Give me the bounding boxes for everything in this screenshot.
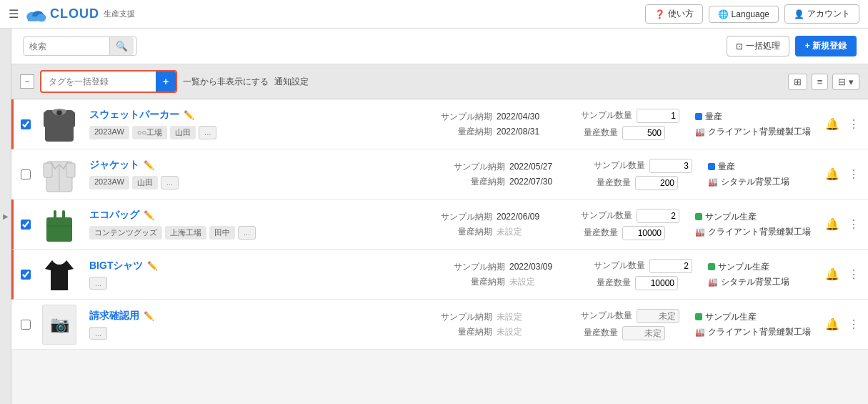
svg-rect-10 bbox=[44, 163, 52, 177]
more-options-button[interactable]: ⋮ bbox=[845, 164, 862, 184]
product-dates: サンプル納期 2022/03/09 量産納期 未設定 bbox=[445, 250, 588, 299]
sidebar-tab[interactable]: ▶ bbox=[0, 29, 11, 404]
svg-rect-7 bbox=[66, 112, 75, 127]
product-tag: 2023AW bbox=[89, 176, 129, 189]
sample-qty-label: サンプル数量 bbox=[594, 260, 645, 272]
status-text-2: クライアント背景縫製工場 bbox=[708, 326, 811, 338]
product-quantities: サンプル数量 量産数量 bbox=[575, 199, 689, 249]
edit-icon[interactable]: ✏️ bbox=[144, 160, 154, 170]
select-checkbox[interactable] bbox=[21, 320, 31, 330]
row-checkbox[interactable] bbox=[14, 250, 38, 299]
edit-icon[interactable]: ✏️ bbox=[144, 311, 154, 321]
more-tags-button[interactable]: ... bbox=[161, 176, 179, 189]
product-name-row: ジャケット ✏️ bbox=[89, 159, 437, 172]
select-checkbox[interactable] bbox=[21, 119, 31, 129]
more-tags-button[interactable]: ... bbox=[89, 327, 107, 340]
help-button[interactable]: ❓ 使い方 bbox=[645, 4, 703, 24]
language-button[interactable]: 🌐 Language bbox=[709, 6, 779, 23]
account-button[interactable]: 👤 アカウント bbox=[784, 4, 859, 24]
more-tags-button[interactable]: ... bbox=[199, 126, 216, 139]
notification-button[interactable]: 🔔 bbox=[822, 315, 842, 334]
sample-qty-label: サンプル数量 bbox=[581, 109, 632, 122]
product-name[interactable]: エコバッグ bbox=[89, 209, 139, 222]
select-checkbox[interactable] bbox=[21, 220, 31, 230]
product-name[interactable]: ジャケット bbox=[89, 159, 139, 172]
more-options-button[interactable]: ⋮ bbox=[845, 315, 862, 334]
more-options-button[interactable]: ⋮ bbox=[845, 265, 862, 284]
row-checkbox[interactable] bbox=[14, 99, 38, 149]
production-qty-row: 量産数量 bbox=[581, 126, 684, 140]
edit-icon[interactable]: ✏️ bbox=[184, 110, 194, 120]
status-text-1: サンプル生産 bbox=[705, 311, 757, 323]
status-line-1: 量産 bbox=[708, 161, 811, 173]
collapse-button[interactable]: − bbox=[20, 74, 34, 89]
filter-button[interactable]: ≡ bbox=[812, 74, 829, 90]
sample-qty-row: サンプル数量 bbox=[581, 309, 684, 323]
row-checkbox[interactable] bbox=[14, 300, 38, 349]
status-line-2: 🏭 シタテル背景工場 bbox=[708, 176, 811, 188]
production-qty-input[interactable] bbox=[622, 126, 665, 140]
product-tags: コンテンツグッズ上海工場田中... bbox=[89, 226, 424, 240]
edit-icon[interactable]: ✏️ bbox=[144, 210, 154, 220]
status-text-2: シタテル背景工場 bbox=[721, 176, 789, 188]
sidebar-toggle-icon[interactable]: ▶ bbox=[3, 212, 9, 220]
production-qty-input[interactable] bbox=[622, 326, 665, 340]
new-register-button[interactable]: + 新規登録 bbox=[795, 36, 857, 56]
product-name-row: BIGTシャツ ✏️ bbox=[89, 260, 437, 272]
cloud-icon bbox=[24, 6, 47, 23]
tag-input-wrapper: + bbox=[40, 70, 177, 93]
select-checkbox[interactable] bbox=[21, 270, 31, 280]
more-tags-button[interactable]: ... bbox=[89, 277, 107, 290]
notification-button[interactable]: 🔔 bbox=[822, 114, 842, 134]
row-checkbox[interactable] bbox=[14, 149, 38, 199]
product-status: 量産 🏭 シタテル背景工場 bbox=[702, 149, 817, 199]
notify-action[interactable]: 通知設定 bbox=[274, 76, 309, 88]
row-checkbox[interactable] bbox=[14, 199, 38, 249]
production-date-label: 量産納期 bbox=[441, 126, 492, 138]
tag-add-button[interactable]: + bbox=[156, 72, 176, 92]
production-date-row: 量産納期 未設定 bbox=[454, 276, 579, 288]
search-input[interactable] bbox=[24, 39, 109, 54]
status-line-1: 量産 bbox=[695, 111, 811, 123]
product-name[interactable]: 請求確認用 bbox=[89, 310, 139, 322]
sample-date-label: サンプル納期 bbox=[441, 111, 492, 123]
grid-view-button[interactable]: ⊞ bbox=[788, 74, 807, 90]
hamburger-icon[interactable]: ☰ bbox=[9, 7, 19, 21]
product-tags: 2023AW○○工場山田... bbox=[89, 126, 424, 139]
product-name[interactable]: スウェットパーカー bbox=[89, 109, 179, 122]
product-tags: ... bbox=[89, 327, 424, 340]
product-name[interactable]: BIGTシャツ bbox=[89, 260, 143, 272]
sample-qty-input[interactable] bbox=[637, 309, 679, 323]
notification-button[interactable]: 🔔 bbox=[822, 265, 842, 284]
row-actions: 🔔 ⋮ bbox=[817, 199, 868, 249]
sample-qty-input[interactable] bbox=[637, 109, 679, 123]
production-qty-input[interactable] bbox=[622, 226, 665, 240]
batch-button[interactable]: ⊡ 一括処理 bbox=[727, 36, 789, 56]
product-info: ジャケット ✏️ 2023AW山田... bbox=[81, 149, 445, 199]
search-button[interactable]: 🔍 bbox=[109, 37, 134, 55]
product-quantities: サンプル数量 量産数量 bbox=[588, 149, 702, 199]
svg-rect-14 bbox=[62, 210, 65, 220]
product-tag: コンテンツグッズ bbox=[89, 226, 162, 240]
production-qty-input[interactable] bbox=[635, 176, 678, 190]
edit-icon[interactable]: ✏️ bbox=[147, 261, 158, 271]
select-checkbox[interactable] bbox=[21, 169, 31, 179]
product-name-row: 請求確認用 ✏️ bbox=[89, 310, 424, 322]
hide-action[interactable]: 一覧から非表示にする bbox=[183, 76, 269, 88]
notification-button[interactable]: 🔔 bbox=[822, 164, 842, 184]
more-tags-button[interactable]: ... bbox=[238, 226, 256, 240]
sample-qty-input[interactable] bbox=[637, 209, 679, 223]
tag-input[interactable] bbox=[41, 74, 156, 89]
sample-qty-label: サンプル数量 bbox=[594, 159, 645, 172]
row-actions: 🔔 ⋮ bbox=[817, 149, 868, 199]
status-dot bbox=[695, 113, 702, 120]
production-qty-input[interactable] bbox=[635, 276, 678, 290]
notification-button[interactable]: 🔔 bbox=[822, 215, 842, 234]
product-image bbox=[38, 99, 81, 149]
sample-qty-input[interactable] bbox=[649, 259, 692, 273]
more-options-button[interactable]: ⋮ bbox=[845, 114, 862, 134]
status-line-1: サンプル生産 bbox=[695, 311, 811, 323]
more-options-button[interactable]: ⋮ bbox=[845, 215, 862, 234]
sample-qty-input[interactable] bbox=[649, 159, 692, 173]
view-mode-button[interactable]: ⊟ ▾ bbox=[832, 74, 859, 90]
